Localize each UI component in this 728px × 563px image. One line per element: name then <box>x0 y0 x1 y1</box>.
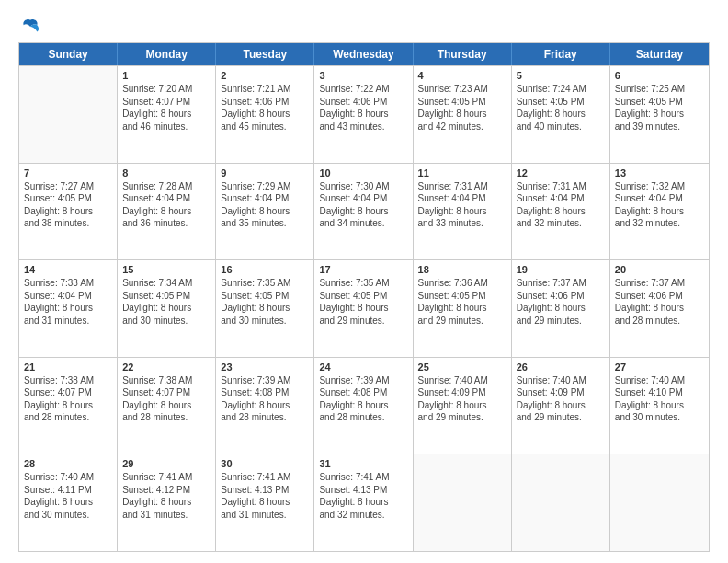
day-cell-3: 3Sunrise: 7:22 AM Sunset: 4:06 PM Daylig… <box>314 66 413 163</box>
day-number: 24 <box>319 362 407 373</box>
day-number: 4 <box>418 70 506 81</box>
day-number: 12 <box>517 167 605 178</box>
day-number: 30 <box>221 458 309 469</box>
calendar-row-1: 7Sunrise: 7:27 AM Sunset: 4:05 PM Daylig… <box>19 163 709 260</box>
empty-cell-4-6 <box>610 454 709 551</box>
day-detail: Sunrise: 7:31 AM Sunset: 4:04 PM Dayligh… <box>517 180 605 230</box>
day-cell-8: 8Sunrise: 7:28 AM Sunset: 4:04 PM Daylig… <box>118 164 216 260</box>
day-cell-11: 11Sunrise: 7:31 AM Sunset: 4:04 PM Dayli… <box>414 164 512 260</box>
day-detail: Sunrise: 7:30 AM Sunset: 4:04 PM Dayligh… <box>319 180 407 230</box>
calendar-row-3: 21Sunrise: 7:38 AM Sunset: 4:07 PM Dayli… <box>19 357 709 454</box>
day-detail: Sunrise: 7:22 AM Sunset: 4:06 PM Dayligh… <box>319 83 407 132</box>
day-cell-22: 22Sunrise: 7:38 AM Sunset: 4:07 PM Dayli… <box>118 358 216 454</box>
weekday-header-saturday: Saturday <box>610 43 709 65</box>
calendar-header: SundayMondayTuesdayWednesdayThursdayFrid… <box>19 43 709 65</box>
calendar-grid: SundayMondayTuesdayWednesdayThursdayFrid… <box>18 42 710 552</box>
day-cell-16: 16Sunrise: 7:35 AM Sunset: 4:05 PM Dayli… <box>216 260 314 357</box>
day-cell-30: 30Sunrise: 7:41 AM Sunset: 4:13 PM Dayli… <box>216 454 314 551</box>
day-cell-29: 29Sunrise: 7:41 AM Sunset: 4:12 PM Dayli… <box>118 454 216 551</box>
day-detail: Sunrise: 7:32 AM Sunset: 4:04 PM Dayligh… <box>615 180 704 230</box>
day-number: 23 <box>221 362 309 373</box>
day-number: 11 <box>418 167 506 178</box>
day-number: 13 <box>615 167 704 178</box>
day-detail: Sunrise: 7:29 AM Sunset: 4:04 PM Dayligh… <box>221 180 309 230</box>
day-cell-26: 26Sunrise: 7:40 AM Sunset: 4:09 PM Dayli… <box>512 358 610 454</box>
day-cell-23: 23Sunrise: 7:39 AM Sunset: 4:08 PM Dayli… <box>216 358 314 454</box>
day-number: 18 <box>418 264 506 275</box>
day-number: 1 <box>122 70 210 81</box>
day-cell-1: 1Sunrise: 7:20 AM Sunset: 4:07 PM Daylig… <box>118 66 216 163</box>
day-number: 10 <box>319 167 407 178</box>
day-detail: Sunrise: 7:28 AM Sunset: 4:04 PM Dayligh… <box>122 180 210 230</box>
day-cell-14: 14Sunrise: 7:33 AM Sunset: 4:04 PM Dayli… <box>19 260 118 357</box>
day-detail: Sunrise: 7:41 AM Sunset: 4:13 PM Dayligh… <box>319 471 407 521</box>
day-cell-28: 28Sunrise: 7:40 AM Sunset: 4:11 PM Dayli… <box>19 454 118 551</box>
day-detail: Sunrise: 7:39 AM Sunset: 4:08 PM Dayligh… <box>221 374 309 424</box>
day-detail: Sunrise: 7:40 AM Sunset: 4:09 PM Dayligh… <box>418 374 506 424</box>
weekday-header-thursday: Thursday <box>414 43 512 65</box>
day-number: 16 <box>221 264 309 275</box>
day-detail: Sunrise: 7:20 AM Sunset: 4:07 PM Dayligh… <box>122 83 210 132</box>
empty-cell-4-4 <box>414 454 512 551</box>
day-detail: Sunrise: 7:37 AM Sunset: 4:06 PM Dayligh… <box>517 277 605 327</box>
day-number: 22 <box>122 362 210 373</box>
day-detail: Sunrise: 7:34 AM Sunset: 4:05 PM Dayligh… <box>122 277 210 327</box>
day-cell-20: 20Sunrise: 7:37 AM Sunset: 4:06 PM Dayli… <box>610 260 709 357</box>
day-number: 27 <box>615 362 704 373</box>
empty-cell-4-5 <box>512 454 610 551</box>
day-detail: Sunrise: 7:41 AM Sunset: 4:12 PM Dayligh… <box>122 471 210 521</box>
logo-bird-icon <box>20 17 40 37</box>
day-detail: Sunrise: 7:21 AM Sunset: 4:06 PM Dayligh… <box>221 83 309 132</box>
day-detail: Sunrise: 7:40 AM Sunset: 4:10 PM Dayligh… <box>615 374 704 424</box>
calendar-body: 1Sunrise: 7:20 AM Sunset: 4:07 PM Daylig… <box>19 65 709 551</box>
day-number: 28 <box>24 458 112 469</box>
day-detail: Sunrise: 7:27 AM Sunset: 4:05 PM Dayligh… <box>24 180 112 230</box>
day-number: 3 <box>319 70 407 81</box>
calendar-row-0: 1Sunrise: 7:20 AM Sunset: 4:07 PM Daylig… <box>19 65 709 163</box>
day-number: 15 <box>122 264 210 275</box>
day-detail: Sunrise: 7:38 AM Sunset: 4:07 PM Dayligh… <box>24 374 112 424</box>
day-number: 17 <box>319 264 407 275</box>
day-detail: Sunrise: 7:33 AM Sunset: 4:04 PM Dayligh… <box>24 277 112 327</box>
day-cell-31: 31Sunrise: 7:41 AM Sunset: 4:13 PM Dayli… <box>314 454 413 551</box>
day-detail: Sunrise: 7:38 AM Sunset: 4:07 PM Dayligh… <box>122 374 210 424</box>
weekday-header-wednesday: Wednesday <box>314 43 413 65</box>
day-cell-25: 25Sunrise: 7:40 AM Sunset: 4:09 PM Dayli… <box>414 358 512 454</box>
day-cell-18: 18Sunrise: 7:36 AM Sunset: 4:05 PM Dayli… <box>414 260 512 357</box>
day-number: 29 <box>122 458 210 469</box>
day-number: 7 <box>24 167 112 178</box>
day-number: 5 <box>517 70 605 81</box>
day-detail: Sunrise: 7:24 AM Sunset: 4:05 PM Dayligh… <box>517 83 605 132</box>
weekday-header-monday: Monday <box>118 43 216 65</box>
day-cell-2: 2Sunrise: 7:21 AM Sunset: 4:06 PM Daylig… <box>216 66 314 163</box>
day-detail: Sunrise: 7:39 AM Sunset: 4:08 PM Dayligh… <box>319 374 407 424</box>
day-cell-21: 21Sunrise: 7:38 AM Sunset: 4:07 PM Dayli… <box>19 358 118 454</box>
day-cell-10: 10Sunrise: 7:30 AM Sunset: 4:04 PM Dayli… <box>314 164 413 260</box>
day-number: 25 <box>418 362 506 373</box>
logo <box>18 18 40 35</box>
calendar-page: SundayMondayTuesdayWednesdayThursdayFrid… <box>0 0 728 563</box>
weekday-header-friday: Friday <box>512 43 610 65</box>
day-cell-5: 5Sunrise: 7:24 AM Sunset: 4:05 PM Daylig… <box>512 66 610 163</box>
day-cell-27: 27Sunrise: 7:40 AM Sunset: 4:10 PM Dayli… <box>610 358 709 454</box>
day-cell-4: 4Sunrise: 7:23 AM Sunset: 4:05 PM Daylig… <box>414 66 512 163</box>
day-cell-19: 19Sunrise: 7:37 AM Sunset: 4:06 PM Dayli… <box>512 260 610 357</box>
day-cell-17: 17Sunrise: 7:35 AM Sunset: 4:05 PM Dayli… <box>314 260 413 357</box>
day-number: 9 <box>221 167 309 178</box>
day-number: 31 <box>319 458 407 469</box>
day-detail: Sunrise: 7:40 AM Sunset: 4:09 PM Dayligh… <box>517 374 605 424</box>
day-number: 19 <box>517 264 605 275</box>
day-detail: Sunrise: 7:41 AM Sunset: 4:13 PM Dayligh… <box>221 471 309 521</box>
day-detail: Sunrise: 7:37 AM Sunset: 4:06 PM Dayligh… <box>615 277 704 327</box>
day-number: 26 <box>517 362 605 373</box>
day-number: 20 <box>615 264 704 275</box>
weekday-header-sunday: Sunday <box>19 43 118 65</box>
day-number: 14 <box>24 264 112 275</box>
day-cell-9: 9Sunrise: 7:29 AM Sunset: 4:04 PM Daylig… <box>216 164 314 260</box>
day-detail: Sunrise: 7:36 AM Sunset: 4:05 PM Dayligh… <box>418 277 506 327</box>
day-number: 6 <box>615 70 704 81</box>
day-detail: Sunrise: 7:40 AM Sunset: 4:11 PM Dayligh… <box>24 471 112 521</box>
day-cell-6: 6Sunrise: 7:25 AM Sunset: 4:05 PM Daylig… <box>610 66 709 163</box>
day-number: 21 <box>24 362 112 373</box>
page-header <box>18 15 710 35</box>
